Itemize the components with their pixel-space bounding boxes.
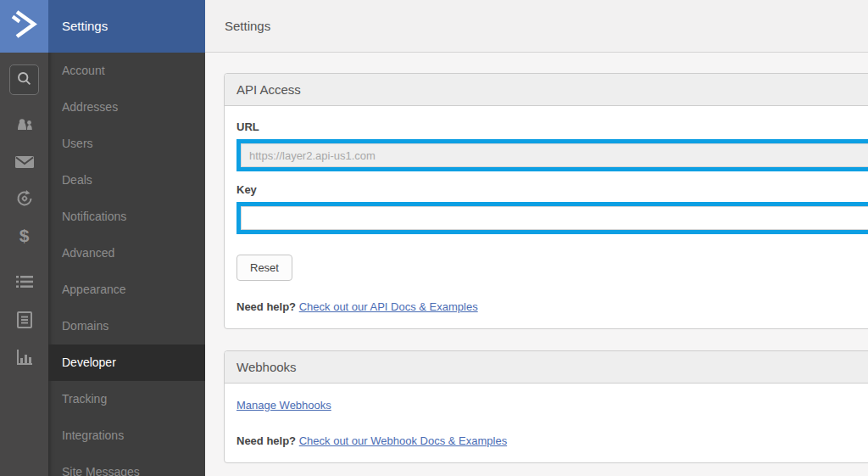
webhooks-panel: Webhooks Manage Webhooks Need help? Chec… [224, 350, 868, 463]
webhook-help-prefix: Need help? [236, 434, 296, 447]
reset-button[interactable]: Reset [236, 255, 292, 281]
url-label: URL [236, 120, 868, 133]
manage-webhooks-link[interactable]: Manage Webhooks [236, 399, 331, 412]
sidebar-item-appearance[interactable]: Appearance [48, 272, 205, 308]
api-access-panel-title: API Access [225, 74, 868, 106]
sidebar-title: Settings [48, 0, 205, 53]
lists-nav[interactable] [0, 271, 48, 293]
url-field-highlight [236, 139, 868, 171]
sidebar-item-addresses[interactable]: Addresses [48, 89, 205, 126]
document-icon [16, 311, 33, 329]
api-key-input[interactable] [241, 206, 868, 230]
api-url-input[interactable] [241, 143, 868, 167]
sidebar-item-users[interactable]: Users [48, 126, 205, 162]
chevron-logo-icon [9, 7, 40, 46]
app-window: $ [0, 0, 868, 476]
sidebar-item-advanced[interactable]: Advanced [48, 235, 205, 272]
sidebar-item-developer[interactable]: Developer [48, 344, 205, 381]
content-area: API Access URL Key Reset Need help? Chec… [205, 53, 868, 463]
deals-nav[interactable]: $ [0, 224, 48, 246]
dollar-icon: $ [19, 227, 30, 244]
search-icon [16, 70, 32, 90]
api-help-prefix: Need help? [236, 300, 296, 313]
key-label: Key [236, 183, 868, 196]
sidebar-menu: Account Addresses Users Deals Notificati… [48, 53, 205, 476]
api-access-panel-body: URL Key Reset Need help? Check out our A… [225, 106, 868, 328]
settings-sidebar: Settings Account Addresses Users Deals N… [48, 0, 205, 476]
bar-chart-icon [15, 348, 34, 367]
sidebar-item-domains[interactable]: Domains [48, 308, 205, 344]
mail-icon [14, 154, 35, 170]
manage-webhooks-line: Manage Webhooks [236, 398, 868, 412]
sidebar-item-notifications[interactable]: Notifications [48, 199, 205, 235]
campaigns-nav[interactable] [0, 151, 48, 173]
sidebar-item-account[interactable]: Account [48, 53, 205, 89]
api-help-line: Need help? Check out our API Docs & Exam… [236, 300, 868, 313]
key-field-highlight [236, 202, 868, 234]
automation-gear-icon [15, 189, 34, 208]
api-docs-link[interactable]: Check out our API Docs & Examples [299, 300, 478, 313]
brand-logo[interactable] [0, 0, 48, 53]
sidebar-item-deals[interactable]: Deals [48, 162, 205, 199]
automations-nav[interactable] [0, 188, 48, 210]
icon-rail: $ [0, 0, 48, 476]
forms-nav[interactable] [0, 309, 48, 331]
sidebar-item-site-messages[interactable]: Site Messages [48, 454, 205, 476]
search-button[interactable] [9, 64, 39, 95]
sidebar-item-tracking[interactable]: Tracking [48, 381, 205, 417]
reports-nav[interactable] [0, 346, 48, 368]
webhook-docs-link[interactable]: Check out our Webhook Docs & Examples [299, 434, 507, 447]
contacts-nav[interactable] [0, 115, 48, 137]
webhook-help-line: Need help? Check out our Webhook Docs & … [236, 434, 868, 447]
list-icon [15, 274, 34, 289]
page-title: Settings [205, 0, 868, 53]
api-access-panel: API Access URL Key Reset Need help? Chec… [224, 73, 868, 329]
sidebar-item-integrations[interactable]: Integrations [48, 417, 205, 454]
webhooks-panel-title: Webhooks [225, 351, 868, 384]
contacts-icon [14, 116, 35, 135]
main-area: Settings API Access URL Key Reset N [205, 0, 868, 476]
webhooks-panel-body: Manage Webhooks Need help? Check out our… [225, 384, 868, 462]
